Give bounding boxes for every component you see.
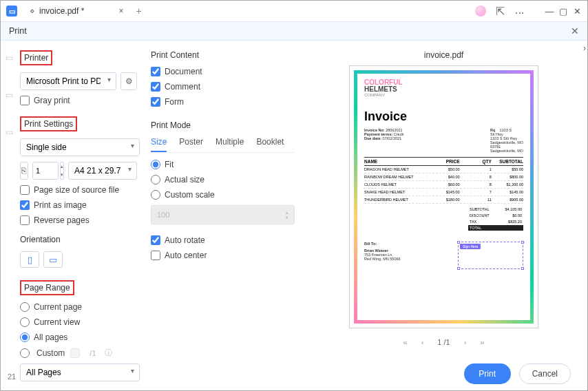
copies-input[interactable] <box>32 162 59 180</box>
range-current-view-radio[interactable]: Current view <box>20 317 137 327</box>
auto-rotate-checkbox[interactable]: Auto rotate <box>151 235 295 245</box>
custom-total: /1 <box>90 349 96 357</box>
auto-center-checkbox[interactable]: Auto center <box>151 251 295 260</box>
print-as-image-checkbox[interactable]: Print as image <box>20 200 137 210</box>
invoice-heading: Invoice <box>364 109 523 124</box>
signature-field: Sign Here <box>458 242 523 269</box>
logo: COLORFUL HELMETS COMPANY <box>364 79 523 97</box>
document-checkbox[interactable]: Document <box>151 67 295 76</box>
pager-next-icon[interactable]: › <box>464 338 467 346</box>
print-button[interactable]: Print <box>464 363 511 384</box>
printer-properties-icon[interactable]: ⚙ <box>120 72 137 90</box>
share-icon[interactable]: ⇱ <box>496 5 505 18</box>
comment-checkbox[interactable]: Comment <box>151 82 295 92</box>
dialog-close-icon[interactable]: ✕ <box>571 25 579 36</box>
cancel-button[interactable]: Cancel <box>519 363 571 384</box>
pager-first-icon[interactable]: « <box>403 338 408 346</box>
tab-booklet[interactable]: Booklet <box>256 137 284 152</box>
range-all-pages-radio[interactable]: All pages <box>20 332 137 342</box>
actual-size-radio[interactable]: Actual size <box>151 175 295 184</box>
custom-scale-radio[interactable]: Custom scale <box>151 190 295 200</box>
preview-page: COLORFUL HELMETS COMPANY Invoice Invoice… <box>349 65 538 328</box>
titlebar-actions: ⇱ ⋮ — ▢ ✕ <box>475 5 582 18</box>
preview-pager: « ‹ 1 /1 › » <box>403 338 485 346</box>
printer-section-title: Printer <box>20 50 52 65</box>
preview-panel: invoice.pdf COLORFUL HELMETS COMPANY Inv… <box>300 42 587 357</box>
app-icon: ▭ <box>6 6 17 17</box>
form-checkbox[interactable]: Form <box>151 97 295 107</box>
document-tab[interactable]: ⋄ invoice.pdf * × <box>23 2 130 20</box>
scale-input: 100 ▴▾ <box>151 205 295 224</box>
tab-close-icon[interactable]: × <box>118 6 123 16</box>
window-close-button[interactable]: ✕ <box>572 6 582 17</box>
print-dialog-header: Print ✕ <box>1 21 587 41</box>
invoice-line: SNAKE HEAD HELMET$145.007$145.00 <box>364 189 523 196</box>
pager-prev-icon[interactable]: ‹ <box>421 338 424 346</box>
printer-select[interactable]: Microsoft Print to PDF <box>20 72 116 90</box>
print-dialog-title: Print <box>9 26 27 36</box>
tab-size[interactable]: Size <box>151 137 167 152</box>
pager-last-icon[interactable]: » <box>480 338 484 346</box>
print-mode-title: Print Mode <box>151 120 295 130</box>
orientation-landscape-button[interactable]: ▭ <box>43 251 63 268</box>
tab-title: invoice.pdf * <box>39 6 84 16</box>
page-range-section-title: Page Range <box>20 280 74 295</box>
copies-stepper[interactable]: ▴▾ <box>60 162 64 180</box>
more-icon[interactable]: ⋮ <box>514 8 525 14</box>
orientation-section-title: Orientation <box>20 235 137 244</box>
invoice-line: CLOUDS HELMET$60.008$1,200.00 <box>364 181 523 189</box>
collate-icon[interactable]: ⎘ <box>20 162 28 180</box>
window-minimize-button[interactable]: — <box>545 6 554 17</box>
pager-current: 1 /1 <box>437 338 450 346</box>
invoice-line: RAINBOW DREAM HELMET$40.008$800.00 <box>364 173 523 181</box>
window-maximize-button[interactable]: ▢ <box>558 6 568 17</box>
tab-poster[interactable]: Poster <box>179 137 203 152</box>
range-custom-radio[interactable]: Custom /1 ⓘ <box>20 348 137 358</box>
tab-modified-icon: ⋄ <box>30 6 35 16</box>
invoice-line: THUNDERBIRD HELMET$180.0011$900.00 <box>364 196 523 204</box>
account-icon[interactable] <box>475 6 486 17</box>
reverse-pages-checkbox[interactable]: Reverse pages <box>20 215 137 225</box>
sides-select[interactable]: Single side <box>20 138 140 156</box>
print-settings-panel: Printer Microsoft Print to PDF ⚙ Gray pr… <box>1 42 145 357</box>
new-tab-button[interactable]: + <box>136 6 141 17</box>
invoice-line: DRAGON HEAD HELMET$50.001$50.00 <box>364 166 523 173</box>
gray-print-checkbox[interactable]: Gray print <box>20 96 137 105</box>
titlebar: ▭ ⋄ invoice.pdf * × + ⇱ ⋮ — ▢ ✕ <box>1 1 587 21</box>
tab-multiple[interactable]: Multiple <box>216 137 244 152</box>
paper-size-select[interactable]: A4 21 x 29.7 cm <box>68 162 137 180</box>
custom-range-input <box>70 348 80 358</box>
dialog-footer: Print Cancel <box>1 357 587 390</box>
print-content-title: Print Content <box>151 50 295 60</box>
page-count-label: 21 <box>8 372 16 381</box>
fit-radio[interactable]: Fit <box>151 160 295 169</box>
sign-here-tag: Sign Here <box>460 244 481 249</box>
orientation-portrait-button[interactable]: ▯ <box>20 251 39 268</box>
print-content-panel: Print Content Document Comment Form Prin… <box>145 42 300 357</box>
info-icon: ⓘ <box>105 348 112 358</box>
scale-stepper-icon: ▴▾ <box>286 210 288 220</box>
print-settings-section-title: Print Settings <box>20 116 77 131</box>
range-current-page-radio[interactable]: Current page <box>20 302 137 312</box>
page-size-source-checkbox[interactable]: Page size of source file <box>20 185 137 195</box>
preview-title: invoice.pdf <box>424 50 463 60</box>
